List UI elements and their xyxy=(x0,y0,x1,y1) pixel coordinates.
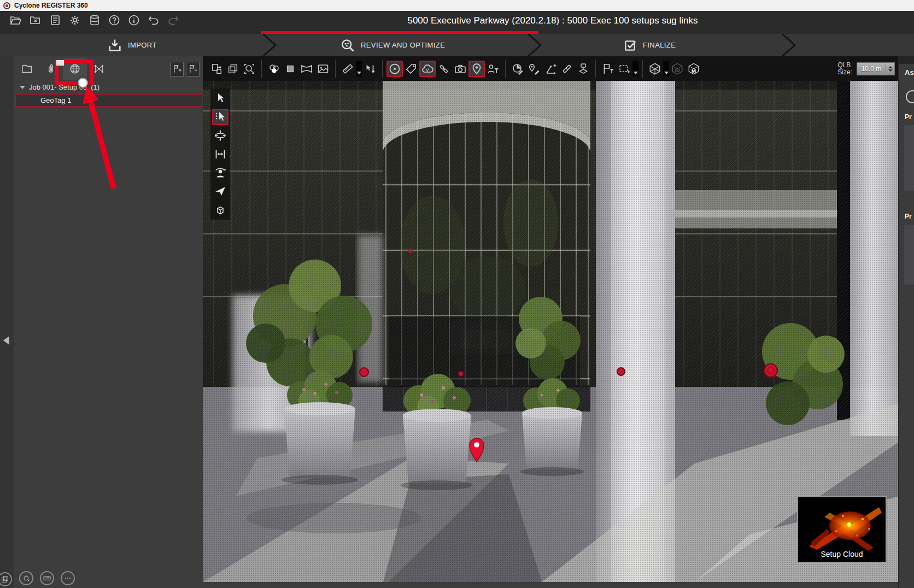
left-panel: Job 001- Setup 03 (1) GeoTag 1 xyxy=(0,56,203,588)
thumbnail-label: Setup Cloud xyxy=(798,550,886,558)
box-target-icon[interactable] xyxy=(575,61,591,77)
zoom-area-icon[interactable] xyxy=(241,61,257,77)
select-rect-dropdown-icon[interactable] xyxy=(632,61,638,77)
pin-edit-icon[interactable] xyxy=(526,61,542,77)
cube-eye-icon[interactable] xyxy=(669,61,686,77)
plain-mode-icon[interactable] xyxy=(282,61,298,77)
app-window: Cyclone REGISTER 360 5000 Executive Park… xyxy=(0,0,914,588)
viewport-toolbar: QLB Size: 10.0 m xyxy=(203,56,899,81)
more-icon[interactable] xyxy=(61,571,75,585)
finalize-checkbox-icon xyxy=(623,38,637,52)
geotag-tree: Job 001- Setup 03 (1) GeoTag 1 xyxy=(15,81,203,107)
storage-icon[interactable] xyxy=(87,13,102,27)
qlb-size-control: QLB Size: 10.0 m xyxy=(837,62,895,76)
viewport-status-strip xyxy=(203,582,899,588)
open-project-icon[interactable] xyxy=(9,13,23,27)
right-panel-section-label-2: Pr xyxy=(905,213,912,220)
slice-icon[interactable] xyxy=(559,61,575,77)
window-title: Cyclone REGISTER 360 xyxy=(14,2,88,9)
right-panel: As Pr Pr xyxy=(898,56,914,588)
tab-sitemap[interactable] xyxy=(87,58,111,80)
right-panel-card[interactable] xyxy=(904,125,914,191)
color-mode-icon[interactable] xyxy=(266,61,282,77)
cube-wire-icon[interactable] xyxy=(647,61,663,77)
right-panel-circle-icon[interactable] xyxy=(906,90,914,103)
info-icon[interactable] xyxy=(127,13,141,27)
camera-icon[interactable] xyxy=(452,61,468,77)
paste-view-icon[interactable] xyxy=(208,61,225,77)
tab-folder[interactable] xyxy=(15,58,39,80)
window-titlebar: Cyclone REGISTER 360 xyxy=(0,0,914,11)
fly-icon[interactable] xyxy=(212,183,228,199)
ruler-dropdown-icon[interactable] xyxy=(356,61,362,77)
collapse-panel-icon[interactable] xyxy=(3,336,9,345)
redo-icon[interactable] xyxy=(166,13,180,27)
report-icon[interactable] xyxy=(48,13,62,27)
target-icon[interactable] xyxy=(386,61,403,77)
project-title: 5000 Executive Parkway (2020.2.18) : 500… xyxy=(191,15,914,26)
remove-flag-button[interactable] xyxy=(186,62,200,77)
ruler-icon[interactable] xyxy=(339,61,356,77)
select-cursor-icon[interactable] xyxy=(212,90,228,107)
windows-icon[interactable] xyxy=(225,61,241,77)
cube-view-icon[interactable] xyxy=(212,202,228,218)
viewport: QLB Size: 10.0 m xyxy=(203,56,899,588)
tree-root-job[interactable]: Job 001- Setup 03 (1) xyxy=(15,81,203,93)
right-panel-section-label: Pr xyxy=(905,113,912,121)
person-filter-icon[interactable] xyxy=(485,61,501,77)
look-around-icon[interactable] xyxy=(212,164,228,181)
menu-toolbar: 5000 Executive Parkway (2020.2.18) : 500… xyxy=(0,11,914,34)
workflow-tabbar: IMPORT REVIEW AND OPTIMIZE FINALIZE xyxy=(0,34,914,56)
search-icon[interactable] xyxy=(19,571,33,585)
axes-add-icon[interactable] xyxy=(542,61,559,77)
flag-filter-icon[interactable] xyxy=(600,61,616,77)
tag-icon[interactable] xyxy=(403,61,419,77)
select-rect-icon[interactable] xyxy=(616,61,632,77)
left-rail xyxy=(0,56,14,588)
keyboard-icon[interactable] xyxy=(40,571,54,585)
qlb-size-spinner[interactable]: 10.0 m xyxy=(857,62,895,75)
view-tool-strip xyxy=(210,89,230,220)
panel-bottom-buttons xyxy=(15,571,75,585)
settings-gear-icon[interactable] xyxy=(68,13,82,27)
cube-model-icon[interactable] xyxy=(686,61,702,77)
add-flag-button[interactable] xyxy=(170,62,184,77)
tab-import[interactable]: IMPORT xyxy=(107,34,157,56)
help-icon[interactable] xyxy=(107,13,121,27)
review-magnifier-icon xyxy=(340,38,355,53)
tree-item-geotag[interactable]: GeoTag 1 xyxy=(15,94,202,107)
qlb-size-value: 10.0 m xyxy=(857,65,886,73)
measure-icon[interactable] xyxy=(212,146,228,162)
app-logo-icon xyxy=(3,2,10,9)
multi-select-cursor-icon[interactable] xyxy=(212,109,228,125)
link-icon[interactable] xyxy=(436,61,452,77)
qlb-size-label: QLB Size: xyxy=(837,62,852,76)
close-project-icon[interactable] xyxy=(28,13,43,27)
right-panel-card-2[interactable] xyxy=(904,225,914,285)
tab-finalize[interactable]: FINALIZE xyxy=(623,34,676,56)
layers-icon[interactable] xyxy=(0,572,12,586)
orbit-icon[interactable] xyxy=(212,127,228,144)
tree-expand-icon[interactable] xyxy=(20,86,25,89)
tab-review-and-optimize[interactable]: REVIEW AND OPTIMIZE xyxy=(340,34,445,56)
undo-icon[interactable] xyxy=(147,13,161,27)
probe-cursor-icon[interactable] xyxy=(362,61,378,77)
point-cloud-canvas[interactable]: Setup Cloud xyxy=(203,81,899,582)
spinner-arrows-icon[interactable] xyxy=(886,63,894,75)
pie-edit-icon[interactable] xyxy=(509,61,526,77)
panorama-icon[interactable] xyxy=(298,61,315,77)
setup-cloud-thumbnail[interactable]: Setup Cloud xyxy=(797,496,887,563)
image-icon[interactable] xyxy=(315,61,331,77)
panel-tab-strip xyxy=(15,57,203,80)
cube-dropdown-icon[interactable] xyxy=(663,61,669,77)
tab-geotags[interactable] xyxy=(63,58,87,80)
cloud-icon[interactable] xyxy=(419,61,436,77)
import-download-icon xyxy=(107,38,122,53)
tab-highlight-square xyxy=(56,60,64,66)
right-panel-header: As xyxy=(905,68,914,77)
geotag-pin-icon[interactable] xyxy=(468,61,485,77)
